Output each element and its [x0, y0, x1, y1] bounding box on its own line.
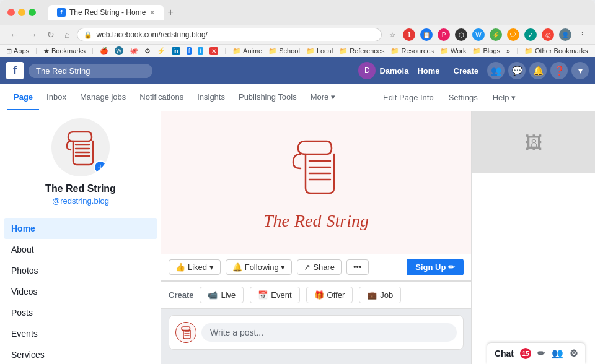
- sidebar-item-home[interactable]: Home: [4, 218, 157, 239]
- left-sidebar: + The Red String @redstring.blog Home Ab…: [0, 111, 161, 364]
- help-icon[interactable]: ❓: [550, 62, 568, 79]
- add-photo-icon[interactable]: +: [94, 160, 107, 174]
- chat-compose-icon[interactable]: ✏: [537, 348, 545, 359]
- nav-more[interactable]: More ▾: [304, 85, 342, 110]
- url-box[interactable]: 🔒 web.facebook.com/redstring.blog/: [77, 28, 382, 41]
- bookmark-school[interactable]: 📁 School: [268, 47, 300, 55]
- home-button[interactable]: ⌂: [62, 28, 72, 41]
- help-link[interactable]: Help ▾: [488, 90, 521, 105]
- right-panel: 🖼: [471, 111, 595, 364]
- cover-photo: The Red String: [161, 111, 471, 254]
- sidebar-item-posts[interactable]: Posts: [4, 302, 157, 323]
- bookmark-wp[interactable]: W: [115, 46, 123, 55]
- sidebar-item-videos[interactable]: Videos: [4, 281, 157, 302]
- messenger-icon[interactable]: 💬: [508, 62, 526, 79]
- ext-icon-6[interactable]: ⚡: [490, 28, 502, 41]
- bookmark-work[interactable]: 📁 Work: [440, 47, 466, 55]
- more-button[interactable]: •••: [346, 259, 369, 275]
- bookmark-blogs[interactable]: 📁 Blogs: [472, 47, 500, 55]
- nav-create-link[interactable]: Create: [449, 64, 483, 78]
- image-placeholder-icon: 🖼: [525, 132, 542, 153]
- bookmark-x[interactable]: ✕: [209, 47, 218, 55]
- bookmark-apps-label: Apps: [14, 47, 29, 54]
- address-bar: ← → ↻ ⌂ 🔒 web.facebook.com/redstring.blo…: [0, 25, 595, 44]
- nav-home-link[interactable]: Home: [412, 64, 444, 78]
- bookmark-more[interactable]: »: [506, 47, 510, 54]
- job-icon: 💼: [367, 290, 377, 300]
- account-icon[interactable]: ▾: [571, 62, 589, 79]
- bookmark-references[interactable]: 📁 References: [339, 47, 384, 55]
- post-input[interactable]: Write a post...: [201, 323, 457, 342]
- user-icon[interactable]: 👤: [559, 28, 571, 41]
- create-label: Create: [169, 290, 193, 300]
- following-button[interactable]: 🔔 Following ▾: [226, 259, 293, 275]
- nav-insights[interactable]: Insights: [191, 85, 231, 110]
- page-nav-right: Edit Page Info Settings Help ▾: [378, 90, 521, 105]
- forward-button[interactable]: →: [26, 28, 40, 41]
- new-tab-button[interactable]: +: [167, 7, 173, 18]
- back-button[interactable]: ←: [7, 28, 21, 41]
- nav-publishing-tools[interactable]: Publishing Tools: [232, 85, 303, 110]
- page-content: + The Red String @redstring.blog Home Ab…: [0, 111, 595, 364]
- sidebar-item-events[interactable]: Events: [4, 323, 157, 344]
- sidebar-item-services[interactable]: Services: [4, 344, 157, 364]
- chat-settings-icon[interactable]: ⚙: [570, 348, 578, 359]
- ext-icon-9[interactable]: ◎: [542, 28, 554, 41]
- ext-icon-3[interactable]: P: [438, 28, 450, 41]
- offer-button[interactable]: 🎁 Offer: [306, 287, 353, 303]
- signup-button[interactable]: Sign Up ✏: [407, 259, 464, 275]
- bookmark-gh[interactable]: ⚙: [144, 47, 151, 55]
- menu-icon[interactable]: ⋮: [576, 29, 588, 40]
- ext-icon-1[interactable]: 1: [403, 28, 415, 41]
- chat-contacts-icon[interactable]: 👥: [552, 348, 563, 359]
- ext-icon-2[interactable]: 📋: [420, 28, 433, 41]
- refresh-button[interactable]: ↻: [45, 28, 57, 41]
- browser-chrome: f The Red String - Home ✕ + ← → ↻ ⌂ 🔒 we…: [0, 0, 595, 57]
- notifications-icon[interactable]: 🔔: [529, 62, 547, 79]
- maximize-button[interactable]: [29, 9, 36, 16]
- bookmark-resources[interactable]: 📁 Resources: [390, 47, 434, 55]
- bookmark-local[interactable]: 📁 Local: [306, 47, 333, 55]
- settings-link[interactable]: Settings: [444, 90, 483, 105]
- star-icon[interactable]: ☆: [387, 29, 398, 40]
- cover-scroll-svg: [282, 134, 350, 202]
- live-button[interactable]: 📹 Live: [200, 287, 244, 303]
- post-area: Write a post...: [161, 309, 471, 356]
- job-button[interactable]: 💼 Job: [359, 287, 401, 303]
- bookmark-apple[interactable]: 🍎: [100, 47, 108, 55]
- bookmark-fb[interactable]: f: [187, 47, 192, 55]
- toolbar-icons: ☆ 1 📋 P ⬡ W ⚡ 🛡 ✓ ◎ 👤 ⋮: [387, 28, 588, 41]
- bookmark-other[interactable]: 📁 Other Bookmarks: [524, 47, 588, 55]
- active-tab[interactable]: f The Red String - Home ✕: [48, 5, 164, 20]
- share-label: Share: [313, 262, 335, 272]
- bookmark-tw[interactable]: t: [198, 47, 203, 55]
- close-button[interactable]: [7, 9, 15, 16]
- bookmark-bookmarks[interactable]: ★ Bookmarks: [43, 47, 86, 55]
- ext-icon-5[interactable]: W: [472, 28, 485, 41]
- event-button[interactable]: 📅 Event: [250, 287, 299, 303]
- sidebar-item-about[interactable]: About: [4, 239, 157, 260]
- ext-icon-4[interactable]: ⬡: [455, 28, 467, 41]
- bookmark-zap[interactable]: ⚡: [157, 47, 165, 55]
- liked-button[interactable]: 👍 Liked ▾: [169, 259, 221, 275]
- people-icon[interactable]: 👥: [487, 62, 505, 79]
- fb-search-input[interactable]: [29, 64, 152, 78]
- bookmark-li[interactable]: in: [172, 47, 180, 55]
- bell-icon: 🔔: [232, 262, 242, 272]
- edit-page-info-link[interactable]: Edit Page Info: [378, 90, 439, 105]
- nav-page[interactable]: Page: [7, 85, 39, 110]
- nav-notifications[interactable]: Notifications: [133, 85, 190, 110]
- nav-inbox[interactable]: Inbox: [40, 85, 73, 110]
- bookmark-oc[interactable]: 🐙: [130, 47, 138, 55]
- nav-manage-jobs[interactable]: Manage jobs: [74, 85, 132, 110]
- bookmark-bookmarks-label: Bookmarks: [51, 47, 86, 54]
- bookmark-apps[interactable]: ⊞ Apps: [6, 47, 29, 55]
- create-bar: Create 📹 Live 📅 Event 🎁 Offer 💼 Job: [161, 281, 471, 309]
- tab-close-icon[interactable]: ✕: [149, 9, 155, 17]
- ext-icon-7[interactable]: 🛡: [507, 28, 519, 41]
- ext-icon-8[interactable]: ✓: [524, 28, 537, 41]
- minimize-button[interactable]: [18, 9, 25, 16]
- bookmark-anime[interactable]: 📁 Anime: [232, 47, 262, 55]
- share-button[interactable]: ↗ Share: [297, 259, 342, 275]
- sidebar-item-photos[interactable]: Photos: [4, 260, 157, 281]
